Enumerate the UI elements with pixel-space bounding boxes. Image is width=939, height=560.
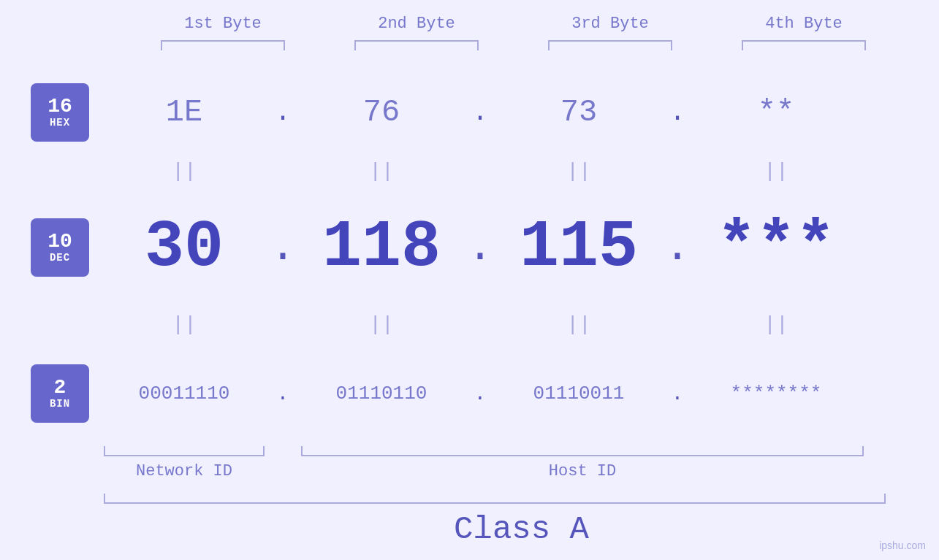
bin-byte1-cell: 00011110 (104, 383, 265, 404)
byte2-header: 2nd Byte (336, 15, 497, 33)
bin-dot3: . (659, 383, 696, 405)
eq2-b4: || (696, 313, 856, 336)
dec-byte1-cell: 30 (104, 210, 265, 285)
bracket-cell-3 (530, 40, 691, 50)
bin-row: 00011110 . 01110110 . 01110011 . *******… (104, 342, 939, 445)
dec-byte2-value: 118 (322, 210, 441, 285)
eq1-b1: || (104, 160, 265, 183)
dec-dot1: . (265, 223, 301, 272)
dec-row: 30 . 118 . 115 . *** (104, 189, 939, 306)
eq1-b2: || (301, 160, 462, 183)
bin-byte2-cell: 01110110 (301, 383, 462, 404)
bracket-cell-2 (336, 40, 497, 50)
hex-row: 1E . 76 . 73 . ** (104, 72, 939, 153)
dec-badge: 10 DEC (31, 218, 89, 277)
dec-byte3-value: 115 (520, 210, 638, 285)
byte-headers: 1st Byte 2nd Byte 3rd Byte 4th Byte (126, 15, 901, 33)
bin-number: 2 (54, 377, 66, 398)
equals-row-1: || || || || (104, 153, 939, 189)
dec-dot2: . (462, 223, 498, 272)
dec-byte1-value: 30 (145, 210, 224, 285)
hex-byte2-cell: 76 (301, 95, 462, 130)
bin-dot1: . (265, 383, 301, 405)
bin-byte4-cell: ******** (696, 383, 856, 404)
bracket-cell-1 (142, 40, 303, 50)
network-id-label: Network ID (104, 462, 265, 480)
host-bracket (301, 446, 864, 456)
class-label: Class A (104, 511, 939, 548)
byte1-header: 1st Byte (142, 15, 303, 33)
network-bracket (104, 446, 265, 456)
eq1-b4: || (696, 160, 856, 183)
dec-byte3-cell: 115 (498, 210, 659, 285)
eq2-b3: || (498, 313, 659, 336)
top-bracket-2 (354, 40, 479, 50)
hex-byte3-cell: 73 (498, 95, 659, 130)
bin-byte3-value: 01110011 (533, 383, 625, 404)
dec-byte4-value: *** (717, 210, 835, 285)
eq1-b3: || (498, 160, 659, 183)
bottom-brackets (104, 446, 939, 456)
bin-name: BIN (50, 398, 70, 410)
hex-byte4-value: ** (758, 95, 794, 130)
byte3-header: 3rd Byte (530, 15, 691, 33)
bin-byte2-value: 01110110 (336, 383, 427, 404)
dec-byte2-cell: 118 (301, 210, 462, 285)
hex-name: HEX (50, 117, 70, 129)
hex-byte2-value: 76 (363, 95, 400, 130)
bin-byte3-cell: 01110011 (498, 383, 659, 404)
top-bracket-1 (161, 40, 285, 50)
dec-name: DEC (50, 252, 70, 264)
bin-byte1-value: 00011110 (139, 383, 230, 404)
hex-dot1: . (265, 98, 301, 128)
dec-dot3: . (659, 223, 696, 272)
bracket-cell-4 (723, 40, 884, 50)
equals-row-2: || || || || (104, 306, 939, 342)
hex-dot3: . (659, 98, 696, 128)
top-brackets (126, 40, 901, 50)
hex-number: 16 (47, 96, 72, 117)
eq2-b1: || (104, 313, 265, 336)
top-bracket-4 (742, 40, 866, 50)
hex-badge: 16 HEX (31, 83, 89, 142)
eq2-b2: || (301, 313, 462, 336)
watermark: ipshu.com (879, 540, 926, 551)
top-bracket-3 (548, 40, 672, 50)
class-bracket (104, 494, 886, 504)
byte4-header: 4th Byte (723, 15, 884, 33)
dec-byte4-cell: *** (696, 210, 856, 285)
id-labels: Network ID Host ID (104, 462, 939, 480)
hex-byte1-cell: 1E (104, 95, 265, 130)
hex-byte3-value: 73 (560, 95, 597, 130)
bin-badge: 2 BIN (31, 364, 89, 423)
host-id-label: Host ID (301, 462, 864, 480)
bin-dot2: . (462, 383, 498, 405)
bin-byte4-value: ******** (731, 383, 822, 404)
hex-dot2: . (462, 98, 498, 128)
hex-byte4-cell: ** (696, 95, 856, 130)
main-container: 1st Byte 2nd Byte 3rd Byte 4th Byte 16 H… (0, 0, 939, 560)
dec-number: 10 (47, 231, 72, 252)
hex-byte1-value: 1E (166, 95, 202, 130)
